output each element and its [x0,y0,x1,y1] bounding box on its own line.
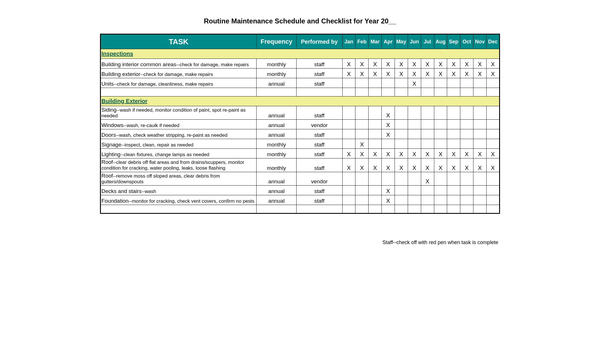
month-cell [395,172,408,186]
month-cell [473,139,487,149]
frequency-cell: monthly [257,69,297,78]
month-cell [382,172,395,186]
month-cell [382,139,395,149]
month-cell: X [447,149,460,158]
col-task-header: TASK [101,34,257,49]
col-month-header: Oct [460,34,473,49]
frequency-cell: annual [257,129,297,139]
frequency-cell: annual [257,78,297,88]
col-month-header: Jan [342,34,355,49]
task-name: Doors [101,132,116,138]
month-cell [342,129,355,139]
table-row: Windows--wash, re-caulk if neededannualv… [101,120,500,129]
month-cell: X [421,172,434,186]
month-cell: X [421,69,434,78]
month-cell [460,78,473,88]
month-cell: X [355,59,369,69]
month-cell [434,129,447,139]
month-cell [486,172,499,186]
empty-cell [486,88,499,96]
section-header: Building Exterior [101,96,500,106]
frequency-cell: annual [257,120,297,129]
month-cell [342,172,355,186]
month-cell: X [408,149,421,158]
month-cell [355,106,369,120]
month-cell [369,186,382,195]
task-desc: --check for damage, make repairs [140,72,213,77]
month-cell [421,120,434,129]
spacer-row [101,205,500,214]
month-cell [486,120,499,129]
month-cell: X [382,195,395,205]
footnote: Staff--check off with red pen when task … [100,240,500,246]
month-cell: X [369,158,382,172]
month-cell [355,172,369,186]
month-cell [408,139,421,149]
month-cell: X [447,158,460,172]
table-row: Signage--inspect, clean, repair as neede… [101,139,500,149]
month-cell [408,172,421,186]
empty-cell [447,205,460,214]
empty-cell [447,88,460,96]
task-desc: --remove moss off sloped areas, clear de… [101,173,220,184]
task-cell: Decks and stairs--wash [101,186,257,195]
month-cell [421,186,434,195]
month-cell: X [434,59,447,69]
month-cell [473,120,487,129]
col-performedby-header: Performed by [296,34,342,49]
month-cell [369,106,382,120]
task-cell: Roof--clear debris off flat areas and fr… [101,158,257,172]
empty-cell [473,88,487,96]
month-cell [395,186,408,195]
frequency-cell: monthly [257,139,297,149]
month-cell [355,78,369,88]
month-cell: X [421,59,434,69]
performedby-cell: vendor [296,120,342,129]
month-cell [447,129,460,139]
month-cell: X [460,69,473,78]
col-month-header: May [395,34,408,49]
task-name: Decks and stairs [101,188,141,194]
month-cell: X [382,186,395,195]
task-name: Building exterior [101,71,140,77]
performedby-cell: staff [296,158,342,172]
frequency-cell: annual [257,106,297,120]
col-month-header: Jun [408,34,421,49]
month-cell [473,172,487,186]
col-month-header: Dec [486,34,499,49]
month-cell [460,129,473,139]
month-cell: X [421,149,434,158]
month-cell: X [473,158,487,172]
performedby-cell: staff [296,69,342,78]
month-cell: X [460,158,473,172]
month-cell: X [355,139,369,149]
month-cell [447,106,460,120]
month-cell [408,186,421,195]
month-cell [460,106,473,120]
month-cell: X [355,149,369,158]
empty-cell [369,88,382,96]
month-cell [408,120,421,129]
empty-cell [460,88,473,96]
month-cell [434,106,447,120]
month-cell [473,106,487,120]
col-month-header: Feb [355,34,369,49]
empty-cell [473,205,487,214]
task-name: Foundation [101,198,129,204]
month-cell [473,186,487,195]
task-desc: --check for damage, make repairs [176,62,249,67]
task-cell: Siding--wash if needed, monitor conditio… [101,106,257,120]
month-cell [434,186,447,195]
month-cell: X [473,149,487,158]
month-cell: X [369,59,382,69]
month-cell [486,106,499,120]
month-cell: X [382,158,395,172]
month-cell [434,139,447,149]
month-cell [434,195,447,205]
task-desc: --wash, re-caulk if needed [123,123,179,128]
month-cell [408,195,421,205]
task-cell: Foundation--monitor for cracking, check … [101,195,257,205]
month-cell [395,139,408,149]
month-cell [447,78,460,88]
month-cell: X [382,69,395,78]
